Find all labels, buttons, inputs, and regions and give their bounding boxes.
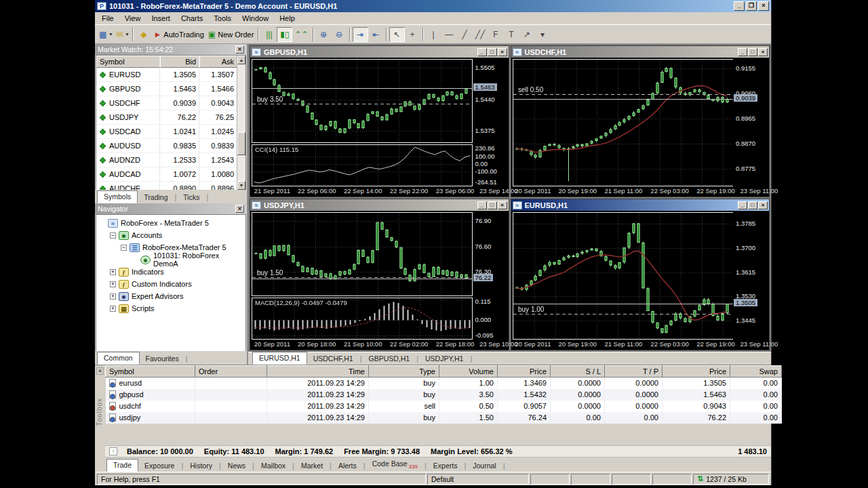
chart-tab-eurusd,h1[interactable]: EURUSD,H1 — [252, 352, 307, 365]
navigator-tab-favourites[interactable]: Favourites — [140, 353, 185, 365]
toolbox-tab-news[interactable]: News — [222, 460, 252, 472]
market-watch-row-eurusd[interactable]: EURUSD1.35051.3507 — [96, 68, 237, 82]
trade-column-order-1[interactable]: Order — [195, 366, 267, 378]
menu-view[interactable]: View — [119, 13, 146, 24]
title-bar[interactable]: P 101031 - RoboForex-MetaTrader 5 - Demo… — [95, 0, 771, 12]
trade-row-usdchf[interactable]: usdchf2011.09.23 14:29sell0.500.90570.00… — [106, 401, 782, 412]
market-watch-row-audchf[interactable]: AUDCHF0.88900.8896 — [96, 182, 237, 190]
collapse-icon[interactable]: − — [121, 245, 127, 251]
history-center-icon[interactable]: ◆ — [136, 27, 151, 42]
expand-icon[interactable]: + — [110, 293, 116, 300]
tree-item-101031-roboforex-demoa[interactable]: ☻101031: RoboForex DemoA — [96, 253, 245, 266]
trade-column-price-8[interactable]: Price — [663, 366, 730, 378]
vertical-line-icon[interactable]: | — [426, 27, 441, 42]
scroll-up-icon[interactable]: ▲ — [237, 56, 245, 64]
chart-title-bar-gbpusd[interactable]: ≈GBPUSD,H1_□× — [250, 46, 509, 58]
trade-row-gbpusd[interactable]: gbpusd2011.09.23 14:29buy3.501.54320.000… — [106, 389, 782, 401]
market-watch-row-usdchf[interactable]: USDCHF0.90390.9043 — [96, 96, 237, 110]
market-watch-tab-symbols[interactable]: Symbols — [97, 190, 138, 203]
candlestick-chart-icon[interactable]: ▮▯ — [277, 27, 292, 42]
market-watch-row-gbpusd[interactable]: GBPUSD1.54631.5466 — [96, 82, 237, 96]
column-header-ask[interactable]: Ask — [199, 56, 237, 68]
market-watch-scrollbar[interactable]: ▲ ▼ — [237, 56, 245, 190]
market-watch-row-usdjpy[interactable]: USDJPY76.2276.25 — [96, 110, 237, 125]
navigator-title-bar[interactable]: Navigator ✕ — [95, 203, 247, 214]
menu-help[interactable]: Help — [274, 13, 300, 24]
minimize-button[interactable]: _ — [734, 1, 745, 11]
menu-insert[interactable]: Insert — [146, 13, 176, 24]
trade-row-usdjpy[interactable]: usdjpy2011.09.23 14:29buy1.5076.240.000.… — [106, 412, 782, 424]
close-button[interactable]: × — [758, 1, 769, 11]
scrollbar-thumb[interactable] — [237, 132, 245, 155]
menu-file[interactable]: File — [96, 13, 119, 24]
navigator-tab-common[interactable]: Common — [97, 352, 140, 365]
menu-tools[interactable]: Tools — [208, 13, 237, 24]
objects-more-icon[interactable]: ▾ — [535, 27, 551, 42]
horizontal-line-icon[interactable]: — — [441, 27, 457, 42]
minimize-button[interactable]: _ — [477, 48, 487, 56]
expand-icon[interactable]: + — [110, 306, 116, 312]
market-watch-title-bar[interactable]: Market Watch: 15:54:22 ✕ — [95, 44, 247, 55]
chart-shift-icon[interactable]: ⇤ — [368, 27, 384, 42]
fibonacci-icon[interactable]: F — [488, 27, 504, 42]
expand-icon[interactable]: + — [110, 281, 116, 287]
status-connection[interactable]: ⇅ 1237 / 25 Kb — [693, 474, 769, 485]
close-icon[interactable]: ✕ — [235, 205, 244, 213]
profiles-icon[interactable]: ✉▾ — [114, 27, 130, 42]
line-chart-icon[interactable]: ⌃⌃ — [292, 27, 310, 42]
chart-tab-gbpusd,h1[interactable]: GBPUSD,H1 — [362, 353, 416, 365]
menu-window[interactable]: Window — [237, 13, 274, 24]
trade-column-sl-6[interactable]: S / L — [551, 366, 605, 378]
indicator-line[interactable]: CCI(14) 115.15 — [252, 144, 473, 186]
tree-item-expert-advisors[interactable]: +☻Expert Advisors — [96, 290, 245, 302]
trade-column-time-2[interactable]: Time — [267, 366, 369, 378]
market-watch-tab-trading[interactable]: Trading — [138, 192, 174, 203]
equidistant-channel-icon[interactable]: ╱╱ — [473, 27, 488, 42]
scrollbar-track[interactable] — [237, 64, 245, 181]
autotrading-icon[interactable]: ►AutoTrading — [151, 27, 205, 42]
toolbox-tab-trade[interactable]: Trade — [106, 459, 138, 472]
auto-scroll-icon[interactable]: ⇥ — [353, 27, 368, 42]
column-header-bid[interactable]: Bid — [160, 56, 199, 68]
restore-button[interactable]: ❐ — [746, 1, 757, 11]
chart-title-bar-eurusd[interactable]: ≈EURUSD,H1_□× — [511, 199, 770, 211]
toolbox-tab-mailbox[interactable]: Mailbox — [255, 460, 292, 472]
new-order-icon[interactable]: ▣New Order — [206, 27, 256, 42]
toolbox-tab-experts[interactable]: Experts — [427, 460, 464, 472]
maximize-button[interactable]: □ — [488, 48, 497, 56]
maximize-button[interactable]: □ — [748, 201, 757, 209]
trade-column-tp-7[interactable]: T / P — [605, 366, 663, 378]
minimize-button[interactable]: _ — [738, 48, 747, 56]
maximize-button[interactable]: □ — [488, 201, 497, 209]
close-button[interactable]: × — [498, 48, 507, 56]
market-watch-row-audnzd[interactable]: AUDNZD1.25331.2543 — [96, 153, 237, 167]
new-chart-icon[interactable]: ▦▾ — [97, 27, 114, 42]
trade-row-eurusd[interactable]: eurusd2011.09.23 14:29buy1.001.34690.000… — [106, 378, 782, 389]
status-profile[interactable]: Default — [427, 474, 529, 485]
minimize-button[interactable]: _ — [477, 201, 487, 209]
toolbox-tab-exposure[interactable]: Exposure — [138, 460, 180, 472]
trade-column-type-3[interactable]: Type — [369, 366, 439, 378]
text-label-icon[interactable]: T — [504, 27, 519, 42]
cursor-icon[interactable]: ↖ — [389, 27, 405, 42]
expand-icon[interactable]: + — [110, 269, 116, 275]
zoom-out-icon[interactable]: ⊖ — [332, 27, 347, 42]
chart-title-bar-usdjpy[interactable]: ≈USDJPY,H1_□× — [250, 199, 509, 211]
maximize-button[interactable]: □ — [748, 48, 757, 56]
menu-charts[interactable]: Charts — [176, 13, 208, 24]
toolbox-tab-market[interactable]: Market — [295, 460, 329, 472]
market-watch-row-audcad[interactable]: AUDCAD1.00721.0080 — [96, 167, 237, 182]
column-header-symbol[interactable]: Symbol — [96, 56, 160, 68]
price-chart-eurusd[interactable] — [513, 212, 734, 340]
chart-tab-usdjpy,h1[interactable]: USDJPY,H1 — [419, 353, 469, 365]
market-watch-row-usdcad[interactable]: USDCAD1.02411.0245 — [96, 125, 237, 139]
chart-tab-usdchf,h1[interactable]: USDCHF,H1 — [307, 353, 359, 365]
minimize-button[interactable]: _ — [738, 201, 747, 209]
crosshair-icon[interactable]: + — [405, 27, 420, 42]
trendline-icon[interactable]: ╱ — [457, 27, 473, 42]
tree-item-scripts[interactable]: +▤Scripts — [96, 302, 245, 314]
close-icon[interactable]: ✕ — [235, 45, 244, 54]
tree-item-accounts[interactable]: −☻Accounts — [96, 229, 245, 241]
close-icon[interactable]: ✕ — [96, 367, 104, 375]
trade-column-symbol-0[interactable]: Symbol — [106, 366, 195, 378]
